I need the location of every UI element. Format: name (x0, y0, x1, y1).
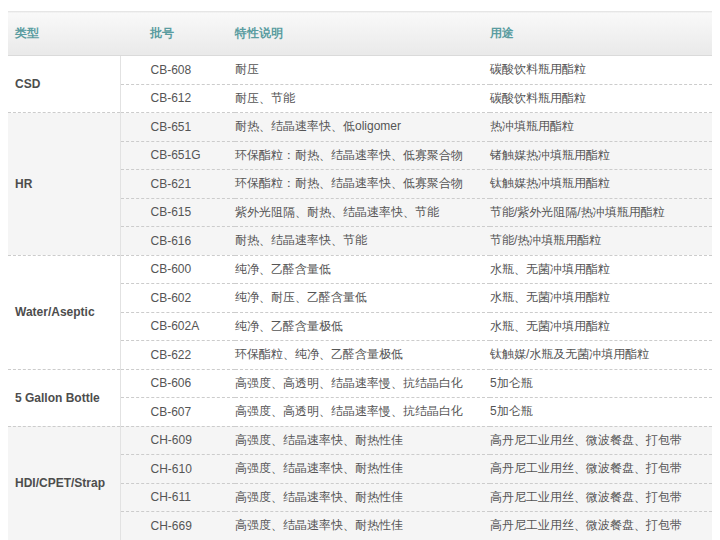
usage-cell: 高丹尼工业用丝、微波餐盘、打包带 (490, 426, 712, 455)
table-row: HDI/CPET/StrapCH-609高强度、结晶速率快、耐热性佳高丹尼工业用… (8, 426, 712, 455)
usage-cell: 5加仑瓶 (490, 369, 712, 398)
usage-cell: 碳酸饮料瓶用酯粒 (490, 56, 712, 85)
usage-cell: 高丹尼工业用丝、微波餐盘、打包带 (490, 483, 712, 512)
usage-cell: 钛触媒热冲填瓶用酯粒 (490, 170, 712, 199)
batch-cell: CB-602 (120, 284, 235, 313)
usage-cell: 锗触媒热冲填瓶用酯粒 (490, 141, 712, 170)
usage-cell: 高丹尼工业用丝、微波餐盘、打包带 (490, 455, 712, 484)
usage-cell: 水瓶、无菌冲填用酯粒 (490, 312, 712, 341)
characteristics-cell: 耐压、节能 (235, 84, 490, 113)
usage-cell: 热冲填瓶用酯粒 (490, 113, 712, 142)
batch-cell: CB-608 (120, 56, 235, 85)
batch-cell: CH-669 (120, 512, 235, 540)
usage-cell: 钛触媒/水瓶及无菌冲填用酯粒 (490, 341, 712, 370)
batch-cell: CB-606 (120, 369, 235, 398)
product-spec-table: 类型 批号 特性说明 用途 CSDCB-608耐压碳酸饮料瓶用酯粒CB-612耐… (8, 11, 712, 540)
table-row: CSDCB-608耐压碳酸饮料瓶用酯粒 (8, 56, 712, 85)
batch-cell: CB-651G (120, 141, 235, 170)
type-cell: Water/Aseptic (8, 255, 120, 369)
batch-cell: CH-610 (120, 455, 235, 484)
batch-cell: CB-612 (120, 84, 235, 113)
table-row: HRCB-651耐热、结晶速率快、低oligomer热冲填瓶用酯粒 (8, 113, 712, 142)
characteristics-cell: 环保酯粒：耐热、结晶速率快、低寡聚合物 (235, 170, 490, 199)
usage-cell: 水瓶、无菌冲填用酯粒 (490, 284, 712, 313)
usage-cell: 碳酸饮料瓶用酯粒 (490, 84, 712, 113)
usage-cell: 节能/紫外光阻隔/热冲填瓶用酯粒 (490, 198, 712, 227)
characteristics-cell: 高强度、结晶速率快、耐热性佳 (235, 483, 490, 512)
table-row: 5 Gallon BottleCB-606高强度、高透明、结晶速率慢、抗结晶白化… (8, 369, 712, 398)
characteristics-cell: 环保酯粒：耐热、结晶速率快、低寡聚合物 (235, 141, 490, 170)
usage-cell: 节能/热冲填瓶用酯粒 (490, 227, 712, 256)
usage-cell: 水瓶、无菌冲填用酯粒 (490, 255, 712, 284)
characteristics-cell: 纯净、耐压、乙醛含量低 (235, 284, 490, 313)
batch-cell: CB-600 (120, 255, 235, 284)
type-cell: HDI/CPET/Strap (8, 426, 120, 540)
characteristics-cell: 耐热、结晶速率快、节能 (235, 227, 490, 256)
batch-cell: CH-609 (120, 426, 235, 455)
characteristics-cell: 高强度、高透明、结晶速率慢、抗结晶白化 (235, 369, 490, 398)
col-header-batch: 批号 (120, 12, 235, 56)
characteristics-cell: 环保酯粒、纯净、乙醛含量极低 (235, 341, 490, 370)
usage-cell: 5加仑瓶 (490, 398, 712, 427)
batch-cell: CB-622 (120, 341, 235, 370)
col-header-type: 类型 (8, 12, 120, 56)
batch-cell: CB-616 (120, 227, 235, 256)
batch-cell: CB-615 (120, 198, 235, 227)
type-cell: HR (8, 113, 120, 256)
product-spec-table-container: 类型 批号 特性说明 用途 CSDCB-608耐压碳酸饮料瓶用酯粒CB-612耐… (8, 11, 712, 540)
table-header-row: 类型 批号 特性说明 用途 (8, 12, 712, 56)
batch-cell: CB-607 (120, 398, 235, 427)
characteristics-cell: 高强度、结晶速率快、耐热性佳 (235, 426, 490, 455)
col-header-usage: 用途 (490, 12, 712, 56)
batch-cell: CB-651 (120, 113, 235, 142)
batch-cell: CH-611 (120, 483, 235, 512)
type-cell: CSD (8, 56, 120, 113)
characteristics-cell: 耐压 (235, 56, 490, 85)
batch-cell: CB-621 (120, 170, 235, 199)
type-cell: 5 Gallon Bottle (8, 369, 120, 426)
usage-cell: 高丹尼工业用丝、微波餐盘、打包带 (490, 512, 712, 540)
batch-cell: CB-602A (120, 312, 235, 341)
characteristics-cell: 高强度、结晶速率快、耐热性佳 (235, 455, 490, 484)
characteristics-cell: 高强度、结晶速率快、耐热性佳 (235, 512, 490, 540)
characteristics-cell: 纯净、乙醛含量极低 (235, 312, 490, 341)
characteristics-cell: 纯净、乙醛含量低 (235, 255, 490, 284)
characteristics-cell: 高强度、高透明、结晶速率慢、抗结晶白化 (235, 398, 490, 427)
col-header-characteristics: 特性说明 (235, 12, 490, 56)
table-row: Water/AsepticCB-600纯净、乙醛含量低水瓶、无菌冲填用酯粒 (8, 255, 712, 284)
characteristics-cell: 紫外光阻隔、耐热、结晶速率快、节能 (235, 198, 490, 227)
characteristics-cell: 耐热、结晶速率快、低oligomer (235, 113, 490, 142)
